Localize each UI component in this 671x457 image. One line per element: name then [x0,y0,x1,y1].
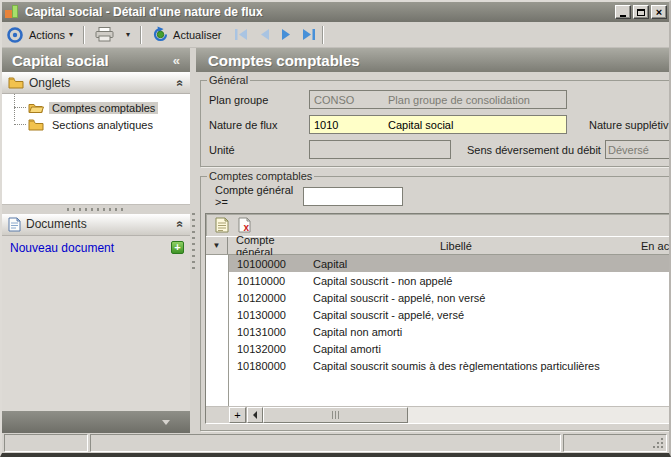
toolbar-separator [140,26,142,44]
main-content: Comptes comptables Général Plan groupe C… [196,48,669,433]
minimize-button[interactable] [615,5,631,19]
cell-compte: 10131000 [229,326,313,338]
column-header-compte-general[interactable]: Compte général [228,234,312,258]
print-button[interactable] [89,24,120,45]
close-icon: × [656,7,662,17]
collapse-section-icon[interactable]: « [174,79,188,86]
folder-icon [28,118,44,131]
general-group-title: Général [207,74,250,86]
maximize-icon [637,9,645,16]
add-document-button[interactable]: + [171,241,184,254]
toolbar-separator [83,26,85,44]
documents-group-header[interactable]: Documents « [2,214,190,236]
table-scroll-row: + [206,406,669,423]
sidebar-bottom-bar [2,411,190,433]
unite-label: Unité [209,144,309,156]
plan-groupe-label: Plan groupe [209,94,309,106]
column-header-libelle[interactable]: Libellé [312,240,600,252]
sidebar: Capital social « Onglets « Comptes compt… [2,48,190,433]
first-record-button[interactable] [233,27,250,42]
last-record-button[interactable] [301,27,318,42]
actions-button[interactable]: Actions ▾ [23,26,79,44]
scrollbar-track[interactable] [408,407,669,423]
compte-general-filter-input[interactable] [303,187,403,206]
compte-general-filter-label: Compte général >= [215,184,303,208]
onglets-panel: Onglets « Comptes comptables Sections an… [2,72,190,205]
tree-item-comptes-comptables[interactable]: Comptes comptables [8,99,190,116]
printer-icon [95,27,114,42]
print-options-button[interactable]: ▾ [120,27,136,42]
cell-compte: 10130000 [229,309,313,321]
minimize-icon [620,15,626,17]
scrollbar-thumb[interactable] [263,407,408,423]
refresh-icon [152,26,169,43]
status-cell-right [563,434,667,452]
onglets-title: Onglets [29,76,172,90]
status-bar [2,433,669,453]
status-cell-middle [90,434,561,452]
cell-libelle: Capital souscrit - appelé, versé [313,309,600,321]
close-button[interactable]: × [651,5,667,19]
table-row[interactable]: 10120000 Capital souscrit - appelé, non … [206,289,669,306]
next-record-icon [280,28,293,41]
arrow-left-icon [253,411,257,419]
horizontal-scrollbar[interactable] [246,407,669,423]
tree-item-sections-analytiques[interactable]: Sections analytiques [8,116,190,133]
toolbar-separator [322,26,324,44]
cell-libelle: Capital souscrit soumis à des règlementa… [313,360,600,372]
add-row-button[interactable]: + [229,407,246,423]
documents-empty-area [2,260,190,411]
sens-deversement-value: Déversé [606,144,649,156]
sidebar-horizontal-splitter[interactable] [2,205,190,214]
column-header-en-activite[interactable]: En activité [600,240,669,252]
row-selector-dropdown[interactable]: ▼ [206,237,228,254]
tree-empty-area [2,133,190,204]
main-header: Comptes comptables [196,48,669,72]
previous-record-button[interactable] [257,27,272,42]
maximize-button[interactable] [633,5,649,19]
sens-deversement-label: Sens déversement du débit [467,144,599,156]
sidebar-collapse-button[interactable]: « [169,53,184,68]
new-document-link[interactable]: Nouveau document [10,241,171,255]
cell-libelle: Capital [313,258,600,270]
onglets-group-header[interactable]: Onglets « [2,72,190,94]
toolbar: Actions ▾ ▾ Actualiser [2,22,669,48]
nature-flux-code[interactable]: 1010 [310,119,386,131]
collapse-section-icon[interactable]: « [174,221,188,228]
cell-compte: 10120000 [229,292,313,304]
nature-flux-label: Nature de flux [209,119,309,131]
table-row[interactable]: 10100000 Capital [206,255,669,272]
window-title: Capital social - Détail d'une nature de … [25,5,615,19]
chevron-down-icon: ▾ [69,30,73,39]
documents-link-row: Nouveau document + [2,236,190,260]
cell-compte: 10132000 [229,343,313,355]
scroll-left-button[interactable] [247,407,263,423]
plan-groupe-description: Plan groupe de consolidation [386,94,530,106]
target-icon [6,26,23,43]
plan-groupe-field: CONSO Plan groupe de consolidation [309,90,567,109]
unite-field [309,140,451,159]
sens-deversement-field: Déversé [605,140,669,159]
onglets-tree: Comptes comptables Sections analytiques [2,94,190,133]
cell-libelle: Capital amorti [313,343,600,355]
cell-compte: 10100000 [229,258,313,270]
panel-options-icon[interactable] [162,420,170,425]
tree-item-label: Comptes comptables [49,102,158,114]
table-row[interactable]: 10110000 Capital souscrit - non appelé [206,272,669,289]
next-record-button[interactable] [279,27,294,42]
table-row[interactable]: 10180000 Capital souscrit soumis à des r… [206,357,669,374]
sidebar-title: Capital social [12,52,169,69]
nature-suppletive-label: Nature supplétiv [589,119,669,131]
delete-row-button[interactable]: x [237,217,254,234]
new-row-button[interactable] [213,217,230,234]
table-row[interactable]: 10131000 Capital non amorti [206,323,669,340]
open-folder-icon [28,101,44,114]
table-row[interactable]: 10130000 Capital souscrit - appelé, vers… [206,306,669,323]
app-icon [5,5,21,19]
refresh-button[interactable]: Actualiser [146,23,227,46]
status-cell-left [4,434,88,452]
table-row[interactable]: 10132000 Capital amorti [206,340,669,357]
comptes-table-panel: x ▼ Compte général Libellé En activité [205,213,669,424]
resize-grip-icon[interactable] [661,446,663,448]
nature-flux-field[interactable]: 1010 Capital social [309,115,567,134]
